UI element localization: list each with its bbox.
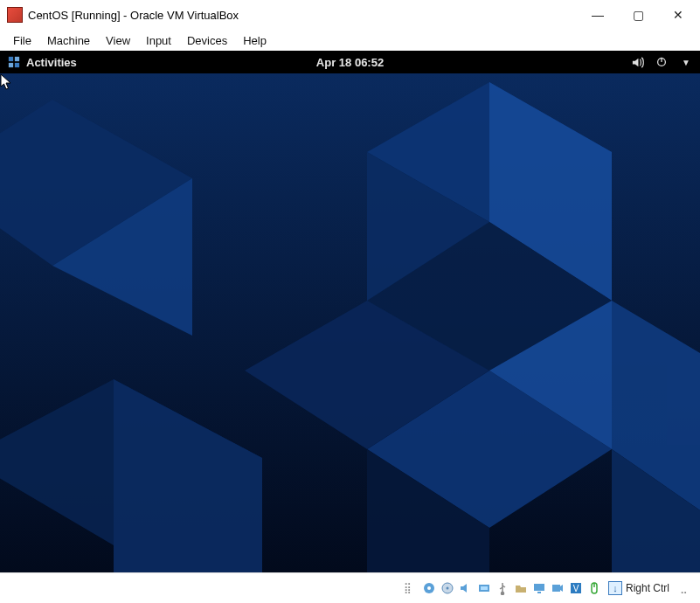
desktop-wallpaper[interactable]	[0, 73, 700, 572]
statusbar-indicator-group: V	[420, 580, 603, 596]
usb-icon[interactable]	[494, 580, 511, 596]
svg-rect-1	[15, 57, 19, 61]
svg-text:V: V	[573, 584, 579, 593]
recording-icon[interactable]	[549, 580, 566, 596]
volume-icon	[630, 55, 644, 69]
system-status-area[interactable]: ▼	[630, 55, 693, 69]
activities-icon	[7, 55, 21, 69]
svg-point-27	[501, 593, 503, 595]
wallpaper-svg	[0, 73, 700, 572]
svg-rect-29	[537, 592, 541, 593]
svg-rect-28	[534, 584, 544, 591]
virtualization-icon[interactable]: V	[567, 580, 585, 596]
window-close-button[interactable]: ✕	[658, 1, 698, 29]
keyboard-capture-icon: ↓	[608, 581, 622, 595]
activities-label: Activities	[26, 56, 77, 69]
menu-input[interactable]: Input	[138, 32, 179, 49]
window-maximize-button[interactable]: ▢	[618, 1, 658, 29]
gnome-topbar: Activities Apr 18 06:52 ▼	[0, 51, 700, 73]
window-title: CentOS [Running] - Oracle VM VirtualBox	[28, 9, 239, 22]
svg-rect-2	[9, 63, 13, 67]
host-key-label: Right Ctrl	[626, 582, 669, 594]
window-minimize-button[interactable]: —	[578, 1, 618, 29]
menubar: File Machine View Input Devices Help	[0, 30, 700, 51]
menu-view[interactable]: View	[98, 32, 138, 49]
hard-disk-icon[interactable]	[420, 580, 438, 596]
menu-devices[interactable]: Devices	[179, 32, 235, 49]
svg-point-24	[446, 587, 448, 590]
svg-rect-30	[552, 585, 560, 592]
activities-button[interactable]: Activities	[7, 55, 77, 69]
menu-machine[interactable]: Machine	[39, 32, 98, 49]
display-icon[interactable]	[530, 580, 548, 596]
optical-disk-icon[interactable]	[439, 580, 456, 596]
virtualbox-app-icon	[7, 7, 23, 23]
menu-file[interactable]: File	[5, 32, 39, 49]
svg-rect-0	[9, 57, 13, 61]
network-icon[interactable]	[475, 580, 493, 596]
menu-help[interactable]: Help	[235, 32, 274, 49]
svg-rect-26	[481, 586, 488, 590]
host-key-indicator[interactable]: ↓ Right Ctrl	[608, 581, 673, 595]
power-icon	[655, 55, 669, 69]
shared-folder-icon[interactable]	[512, 580, 530, 596]
vm-statusbar: ⣿ V ↓ Right Ctrl ⣀	[0, 572, 700, 603]
clock-label[interactable]: Apr 18 06:52	[316, 56, 384, 69]
svg-rect-3	[15, 63, 19, 67]
window-controls: — ▢ ✕	[578, 1, 698, 29]
chevron-down-icon: ▼	[679, 55, 693, 69]
mouse-integration-icon[interactable]	[586, 580, 603, 596]
svg-point-22	[427, 586, 431, 590]
statusbar-grip-icon-right: ⣀	[680, 582, 690, 594]
window-titlebar: CentOS [Running] - Oracle VM VirtualBox …	[0, 0, 700, 30]
audio-icon[interactable]	[457, 580, 475, 596]
statusbar-grip-icon: ⣿	[404, 582, 413, 594]
